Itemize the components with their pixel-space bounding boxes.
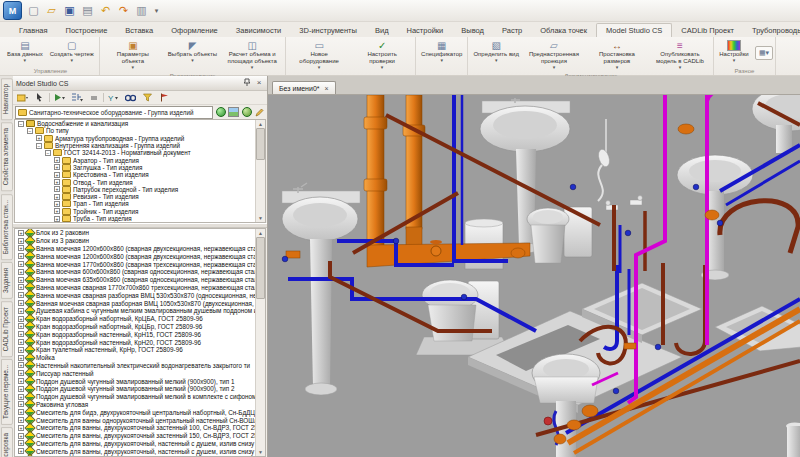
list-item[interactable]: +Ванна моечная 600x600x860 (сварная одно…	[15, 268, 256, 276]
side-tab[interactable]: Трассировка	[1, 427, 13, 457]
ribbon-tab[interactable]: Настройки	[398, 24, 453, 37]
hierarchy-dropdown-icon[interactable]	[69, 91, 84, 104]
apply-filter-button[interactable]	[215, 107, 226, 118]
category-combo[interactable]: Санитарно-техническое оборудование - Гру…	[15, 106, 213, 119]
binoculars-icon[interactable]	[123, 91, 138, 104]
tree-expander-icon[interactable]: +	[36, 135, 42, 141]
list-item[interactable]: +Блок из 2 раковин	[15, 229, 256, 237]
list-expander-icon[interactable]: +	[18, 284, 24, 290]
document-tab-close-icon[interactable]: ×	[325, 85, 329, 92]
ribbon-tab[interactable]: CADLib Проект	[672, 24, 743, 37]
list-item[interactable]: +Ванна моечная сварная 1770x700x860 трех…	[15, 284, 256, 292]
ribbon-tab[interactable]: Вид	[366, 24, 398, 37]
calc-volume-button[interactable]: ◫Расчет объема и площади объекта▾	[221, 38, 283, 72]
tree-expander-icon[interactable]: −	[36, 143, 42, 149]
filter-funnel-icon[interactable]	[140, 91, 155, 104]
list-expander-icon[interactable]: +	[18, 409, 24, 415]
flag-icon[interactable]	[157, 91, 172, 104]
list-item[interactable]: +Ванна моечная 1200x600x860 (сварная дву…	[15, 245, 256, 253]
list-expander-icon[interactable]: +	[18, 378, 24, 384]
list-item[interactable]: +Кран водоразборный набортный, КрЦБА, ГО…	[15, 315, 256, 323]
tree-row[interactable]: −Внутренняя канализация - Группа изделий	[15, 142, 256, 149]
list-item[interactable]: +Блок из 3 раковин	[15, 237, 256, 245]
preset-projection-button[interactable]: ▱Преднастроенная проекция▾	[523, 38, 585, 72]
list-expander-icon[interactable]: +	[18, 401, 24, 407]
ribbon-tab[interactable]: Трубопроводы	[743, 24, 800, 37]
list-item[interactable]: +Ванна моечная 635x600x860 (сварная одно…	[15, 276, 256, 284]
side-tab[interactable]: CADLib Проект	[1, 301, 13, 357]
side-tab[interactable]: Библиотека стан...	[1, 194, 13, 260]
tree-expander-icon[interactable]: +	[54, 164, 60, 170]
edit-pencil-icon[interactable]	[254, 107, 265, 118]
ribbon-tab[interactable]: Model Studio CS	[596, 23, 672, 37]
list-expander-icon[interactable]: +	[18, 370, 24, 376]
list-expander-icon[interactable]: +	[18, 230, 24, 236]
pedestal-far-right[interactable]	[786, 423, 800, 457]
preview-image-button[interactable]	[228, 107, 239, 118]
tree-expander-icon[interactable]: −	[27, 128, 33, 134]
sort-dropdown-icon[interactable]: Y	[106, 91, 121, 104]
tree-row[interactable]: +Ревизия - Тип изделия	[15, 193, 256, 200]
list-item[interactable]: +Настенный накопительный электрический в…	[15, 362, 256, 370]
list-item[interactable]: +Ванна моечная 1770x600x860 (сварная тре…	[15, 260, 256, 268]
list-item[interactable]: +Смеситель для ванны однорукояточный цен…	[15, 416, 256, 424]
tree-expander-icon[interactable]: −	[45, 150, 51, 156]
redo-icon[interactable]: ↷	[115, 2, 132, 19]
configure-checks-button[interactable]: ✓Настроить проверки▾	[351, 38, 413, 75]
tree-row[interactable]: −По типу	[15, 127, 256, 134]
list-item[interactable]: +Ванная моечная сварная разборная ВМЦ 10…	[15, 299, 256, 307]
play-dropdown-icon[interactable]	[52, 91, 67, 104]
list-item[interactable]: +Кран водоразборный набортный, КрЦБр, ГО…	[15, 323, 256, 331]
refresh-button[interactable]	[241, 107, 252, 118]
list-item[interactable]: +Кран водоразборный настенный, КрН15, ГО…	[15, 330, 256, 338]
place-dimensions-button[interactable]: ↔Простановка размеров▾	[586, 38, 648, 72]
tree-expander-icon[interactable]: +	[54, 216, 60, 222]
tree-expander-icon[interactable]: +	[54, 194, 60, 200]
print-icon[interactable]: ▥	[133, 2, 150, 19]
list-expander-icon[interactable]: +	[18, 269, 24, 275]
list-expander-icon[interactable]: +	[18, 323, 24, 329]
list-item[interactable]: +Смеситель для бидэ, двухрукояточный цен…	[15, 408, 256, 416]
list-expander-icon[interactable]: +	[18, 347, 24, 353]
palette-pin-icon[interactable]	[242, 78, 252, 88]
list-scrollbar[interactable]: ▲ ▼	[255, 229, 265, 456]
tree-row[interactable]: +Труба - Тип изделия	[15, 215, 256, 222]
tree-row[interactable]: +Крестовина - Тип изделия	[15, 171, 256, 178]
plot-preview-icon[interactable]: ▤	[79, 2, 96, 19]
folder-dropdown-icon[interactable]	[15, 91, 30, 104]
equals-icon[interactable]	[86, 91, 101, 104]
customize-dropdown-icon[interactable]: ▾	[151, 2, 162, 19]
list-expander-icon[interactable]: +	[18, 417, 24, 423]
database-button[interactable]: ▤База данных▾	[4, 38, 46, 67]
list-expander-icon[interactable]: +	[18, 339, 24, 345]
tree-row[interactable]: +Аэратор - Тип изделия	[15, 156, 256, 163]
list-expander-icon[interactable]: +	[18, 308, 24, 314]
list-item[interactable]: +Кран водоразборный настенный, КрН20, ГО…	[15, 338, 256, 346]
settings-button[interactable]: Настройки▾	[716, 38, 752, 67]
ribbon-tab[interactable]: Облака точек	[531, 24, 596, 37]
tree-row[interactable]: +Арматура трубопроводная - Группа издели…	[15, 135, 256, 142]
list-item[interactable]: +Кран туалетный настенный, КрНр, ГОСТ 25…	[15, 346, 256, 354]
side-tab[interactable]: Свойства элемента	[1, 122, 13, 191]
list-expander-icon[interactable]: +	[18, 440, 24, 446]
ribbon-tab[interactable]: Главная	[10, 24, 57, 37]
ribbon-tab[interactable]: Оформление	[162, 24, 227, 37]
list-item[interactable]: +Смеситель для ванны, однорукояточный, н…	[15, 455, 256, 456]
list-expander-icon[interactable]: +	[18, 300, 24, 306]
palette-close-icon[interactable]: ×	[254, 78, 264, 88]
list-item[interactable]: +Ванна моечная сварная разборная ВМЦ 530…	[15, 291, 256, 299]
list-item[interactable]: +Душевая кабина с чугунным мелким эмалир…	[15, 307, 256, 315]
side-tab[interactable]: Задания	[1, 262, 13, 299]
specificator-button[interactable]: ▦Спецификатор▾	[418, 38, 465, 75]
list-item[interactable]: +Раковина угловая	[15, 401, 256, 409]
list-item[interactable]: +Мойка	[15, 354, 256, 362]
list-expander-icon[interactable]: +	[18, 261, 24, 267]
tree-expander-icon[interactable]: −	[18, 121, 24, 127]
side-tab[interactable]: Навигатор	[1, 78, 13, 120]
tree-scrollbar[interactable]: ▲ ▼	[255, 120, 265, 222]
new-equipment-button[interactable]: ▭Новое оборудование▾	[288, 38, 350, 75]
tree-row[interactable]: +Отвод - Тип изделия	[15, 178, 256, 185]
tree-row[interactable]: +Заглушка - Тип изделия	[15, 164, 256, 171]
ribbon-tab[interactable]: Вставка	[116, 24, 162, 37]
tree-expander-icon[interactable]: +	[54, 201, 60, 207]
